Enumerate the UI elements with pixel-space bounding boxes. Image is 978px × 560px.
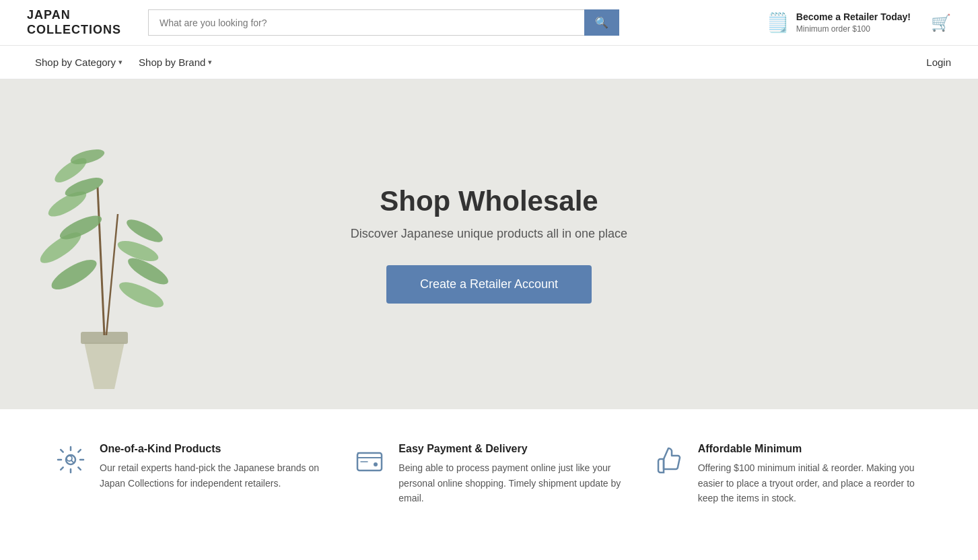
gear-icon — [54, 444, 88, 481]
logo[interactable]: JAPAN COLLECTIONS — [27, 8, 135, 37]
feature-minimum-desc: Offering $100 minimum initial & reorder.… — [698, 460, 924, 505]
feature-products: One-of-a-Kind Products Our retail expert… — [54, 443, 326, 505]
feature-payment-text: Easy Payment & Delivery Being able to pr… — [398, 443, 625, 505]
feature-minimum-text: Affordable Minimum Offering $100 minimum… — [698, 443, 924, 505]
logo-line1: JAPAN — [27, 8, 135, 23]
chevron-down-icon: ▾ — [208, 58, 212, 67]
retailer-title: Become a Retailer Today! — [796, 11, 911, 22]
nav-item-brand[interactable]: Shop by Brand ▾ — [131, 46, 220, 79]
login-label: Login — [926, 57, 951, 68]
feature-payment-title: Easy Payment & Delivery — [398, 443, 625, 455]
svg-point-19 — [374, 462, 378, 466]
hero-section: Shop Wholesale Discover Japanese unique … — [0, 79, 978, 409]
retailer-text: Become a Retailer Today! Minimum order $… — [796, 11, 911, 34]
svg-line-17 — [71, 460, 73, 462]
cart-icon[interactable]: 🛒 — [931, 13, 951, 32]
search-bar: 🔍 — [148, 9, 619, 36]
retailer-subtitle: Minimum order $100 — [796, 24, 870, 34]
thumbsup-icon — [652, 444, 686, 481]
hero-subtitle: Discover Japanese unique products all in… — [351, 227, 627, 241]
features-section: One-of-a-Kind Products Our retail expert… — [0, 409, 978, 539]
svg-marker-0 — [84, 342, 125, 389]
svg-point-6 — [57, 211, 105, 244]
hero-content: Shop Wholesale Discover Japanese unique … — [351, 185, 627, 304]
svg-line-3 — [106, 214, 118, 335]
feature-payment-desc: Being able to process payment online jus… — [398, 460, 625, 505]
logo-line2: COLLECTIONS — [27, 23, 135, 38]
nav: Shop by Category ▾ Shop by Brand ▾ Login — [0, 46, 978, 79]
hero-plant-illustration — [0, 79, 209, 409]
feature-products-text: One-of-a-Kind Products Our retail expert… — [100, 443, 326, 491]
feature-payment: Easy Payment & Delivery Being able to pr… — [353, 443, 625, 505]
hero-title: Shop Wholesale — [351, 185, 627, 217]
retailer-icon: 🗒️ — [766, 11, 790, 34]
retailer-info: 🗒️ Become a Retailer Today! Minimum orde… — [766, 11, 951, 34]
chevron-down-icon: ▾ — [118, 58, 123, 67]
nav-login[interactable]: Login — [926, 57, 951, 68]
wallet-icon — [353, 444, 386, 481]
svg-point-4 — [48, 254, 101, 295]
feature-products-title: One-of-a-Kind Products — [100, 443, 326, 455]
nav-brand-label: Shop by Brand — [139, 57, 205, 68]
search-button[interactable]: 🔍 — [584, 9, 619, 36]
nav-category-label: Shop by Category — [35, 57, 116, 68]
create-retailer-account-button[interactable]: Create a Retailer Account — [386, 265, 592, 304]
feature-products-desc: Our retail experts hand-pick the Japanes… — [100, 460, 326, 491]
feature-minimum-title: Affordable Minimum — [698, 443, 924, 455]
feature-minimum: Affordable Minimum Offering $100 minimum… — [652, 443, 924, 505]
search-icon: 🔍 — [595, 17, 608, 28]
nav-item-category[interactable]: Shop by Category ▾ — [27, 46, 131, 79]
search-input[interactable] — [148, 9, 584, 36]
svg-line-2 — [98, 187, 104, 335]
header: JAPAN COLLECTIONS 🔍 🗒️ Become a Retailer… — [0, 0, 978, 46]
